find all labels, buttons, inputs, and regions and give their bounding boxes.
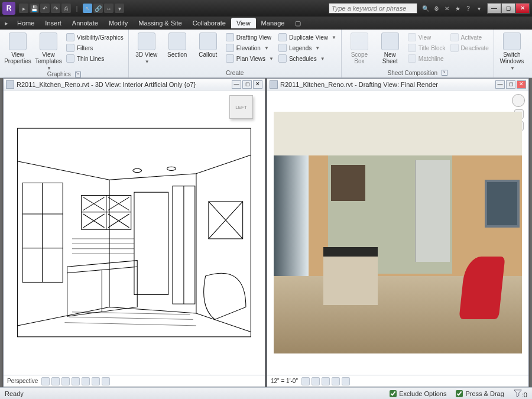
qat-print-icon[interactable]: ⎙ [61,4,71,13]
detail-level-icon[interactable] [301,377,310,385]
drafting-view-button[interactable]: Drafting View [225,33,275,42]
exclude-options-checkbox[interactable]: Exclude Options [390,390,446,397]
pane-close-button[interactable]: ✕ [517,80,526,89]
tab-modify[interactable]: Modify [103,18,133,28]
tab-manage[interactable]: Manage [256,18,290,28]
nav-wheel-icon[interactable] [512,94,525,107]
callout-button[interactable]: Callout [194,31,222,58]
pane-minimize-button[interactable]: — [495,80,505,89]
plan-views-button[interactable]: Plan Views▼ [225,54,275,63]
crop-view-icon[interactable] [82,377,90,385]
tab-view[interactable]: View [231,18,256,28]
sun-path-icon[interactable] [322,377,330,385]
maximize-button[interactable]: ◻ [501,3,515,14]
filter-icon [514,389,522,397]
help-dropdown-icon[interactable]: ▾ [474,4,484,13]
view-cube[interactable]: LEFT [229,95,253,119]
view-properties-button[interactable]: View Properties [4,31,32,64]
minimize-button[interactable]: — [487,3,501,14]
pane-title-right: R2011_Kitchen_Reno.rvt - Drafting View: … [267,79,528,90]
qat-save-icon[interactable]: 💾 [30,4,39,13]
ribbon-group-sheet-composition: Scope Box New Sheet View Title Block Mat… [342,30,494,77]
tab-insert[interactable]: Insert [40,18,67,28]
qat-pointer-icon[interactable]: ↖ [83,4,92,13]
crop-region-icon[interactable] [92,377,100,385]
tab-home[interactable]: Home [12,18,40,28]
svg-line-21 [69,317,193,319]
pane-minimize-button[interactable]: — [232,80,241,89]
canvas-render-view[interactable] [267,90,528,375]
exchange-icon[interactable]: ✕ [442,4,452,13]
visual-style-icon[interactable] [312,377,320,385]
view-pane-left: R2011_Kitchen_Reno.rvt - 3D View: Interi… [3,78,265,387]
pane-maximize-button[interactable]: ◻ [506,80,515,89]
press-drag-input[interactable] [456,390,463,397]
tab-collaborate[interactable]: Collaborate [187,18,231,28]
view-control-bar-left: Perspective [4,375,265,387]
view-control-bar-right: 12" = 1'-0" [267,375,528,387]
graphics-launcher-icon[interactable] [75,72,81,77]
visibility-graphics-icon [66,33,74,41]
elevation-button[interactable]: Elevation▼ [225,43,275,53]
elevation-icon [226,44,234,52]
3d-view-icon [138,33,155,50]
thin-lines-button[interactable]: Thin Lines [65,54,125,63]
rendered-image [274,112,522,353]
section-icon [168,33,186,50]
qat-undo-icon[interactable]: ↶ [40,4,50,13]
sun-path-icon[interactable] [61,377,70,385]
quick-access-toolbar: ▸ 💾 ↶ ↷ ⎙ | ↖ 🔗 ↔ ▾ [19,4,124,13]
filters-icon [66,44,74,52]
legends-button[interactable]: Legends▼ [277,43,338,53]
qat-redo-icon[interactable]: ↷ [51,4,60,13]
hide-isolate-icon[interactable] [102,377,110,385]
search-icon[interactable]: 🔍 [421,4,430,13]
filters-button[interactable]: Filters [65,43,125,53]
close-button[interactable]: ✕ [515,3,530,14]
view-templates-button[interactable]: View Templates▼ [34,31,63,71]
tab-annotate[interactable]: Annotate [67,18,103,28]
comm-icon[interactable]: ⚙ [432,4,441,13]
canvas-3d-view[interactable]: LEFT [4,90,265,375]
view-templates-icon [40,33,57,50]
qat-open-icon[interactable]: ▸ [19,4,28,13]
press-drag-checkbox[interactable]: Press & Drag [456,390,504,397]
status-text: Ready [5,390,24,397]
schedules-button[interactable]: Schedules▼ [277,54,338,63]
3d-view-button[interactable]: 3D View▼ [132,31,161,64]
shadows-icon[interactable] [332,377,340,385]
duplicate-view-button[interactable]: Duplicate View▼ [277,33,338,42]
section-button[interactable]: Section [163,31,192,58]
new-sheet-button[interactable]: New Sheet [376,31,404,64]
wireframe-drawing [10,105,258,361]
sheet-comp-launcher-icon[interactable] [442,70,447,76]
view-scale-right[interactable]: 12" = 1'-0" [271,378,298,384]
tab-massing-site[interactable]: Massing & Site [133,18,187,28]
pane-close-button[interactable]: ✕ [253,80,262,89]
tab-addins[interactable]: ▢ [290,18,306,29]
scope-box-icon [351,33,368,50]
visual-style-icon[interactable] [51,377,60,385]
title-block-button: Title Block [407,43,447,53]
switch-windows-button[interactable]: Switch Windows▼ [498,31,526,71]
plan-views-icon [226,54,234,63]
hide-isolate-icon[interactable] [342,377,350,385]
qat-dropdown-icon[interactable]: ▾ [115,4,124,13]
view-scale-left[interactable]: Perspective [7,378,38,384]
filter-control[interactable]: :0 [514,389,527,398]
help-icon[interactable]: ? [463,4,473,13]
callout-icon [199,33,217,50]
activate-button: Activate [449,33,490,42]
favorite-icon[interactable]: ★ [453,4,462,13]
visibility-graphics-button[interactable]: Visibility/Graphics [65,33,125,42]
help-search-input[interactable] [329,3,417,14]
pane-maximize-button[interactable]: ◻ [242,80,252,89]
ribbon-expand-icon[interactable]: ▸ [5,20,8,27]
qat-measure-icon[interactable]: ↔ [104,4,113,13]
exclude-options-input[interactable] [390,390,397,397]
shadows-icon[interactable] [72,377,80,385]
app-menu-button[interactable]: R [2,2,15,15]
qat-link-icon[interactable]: 🔗 [93,4,103,13]
qat-separator: | [72,4,82,13]
detail-level-icon[interactable] [41,377,50,385]
